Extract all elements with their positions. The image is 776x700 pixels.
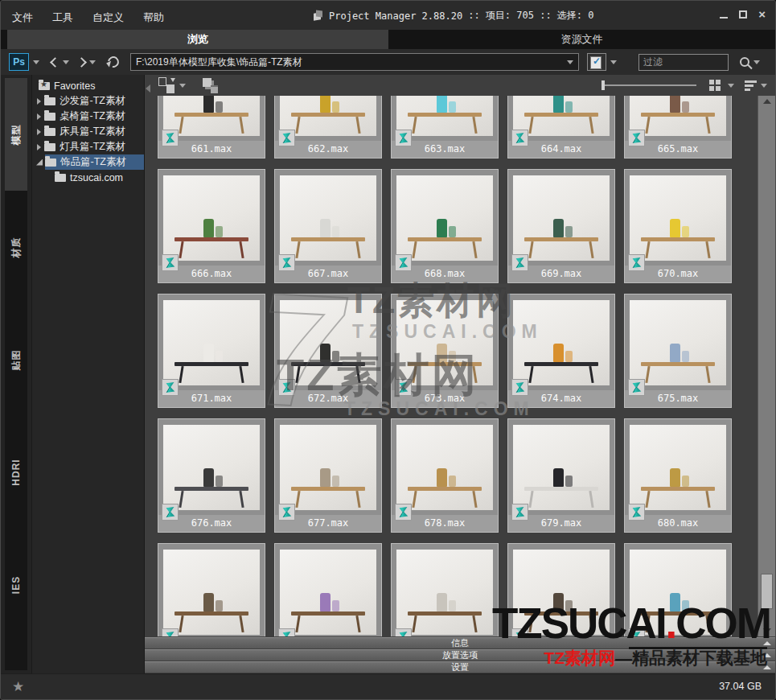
tree-item-label: 桌椅篇-TZ素材 (60, 109, 125, 123)
tree-item-1[interactable]: 沙发篇-TZ素材 (32, 93, 144, 109)
max-file-icon (511, 504, 528, 521)
favorite-star-icon[interactable]: ★ (12, 678, 24, 695)
tab-browse[interactable]: 浏览 (7, 30, 388, 49)
thumbnail-table (408, 611, 481, 616)
panel-placement-options-bar[interactable]: 放置选项 (145, 649, 775, 661)
asset-thumbnail[interactable] (158, 543, 265, 636)
asset-thumbnail[interactable]: 667.max (274, 169, 382, 283)
scrollbar-thumb[interactable] (761, 574, 773, 609)
tree-expander-collapsed-icon[interactable] (37, 113, 41, 120)
thumbnail-size-slider[interactable] (602, 80, 696, 90)
asset-thumbnail[interactable]: 679.max (507, 418, 615, 533)
title-bar[interactable]: 文件工具自定义帮助 Project Manager 2.88.20 :: 项目:… (1, 1, 775, 30)
asset-thumbnail[interactable]: 663.max (391, 96, 499, 159)
asset-thumbnail[interactable]: 671.max (158, 294, 265, 408)
sync-dropdown-caret[interactable] (179, 84, 186, 88)
photoshop-button[interactable]: Ps (9, 53, 29, 71)
thumbnail-object-secondary (565, 600, 573, 611)
asset-thumbnail[interactable]: 669.max (507, 169, 615, 283)
forward-button[interactable] (76, 57, 87, 68)
tree-item-2[interactable]: 桌椅篇-TZ素材 (32, 109, 144, 124)
sync-assets-icon[interactable] (158, 77, 175, 93)
asset-thumbnail[interactable]: 661.max (158, 96, 265, 159)
asset-thumbnail[interactable]: 665.max (624, 96, 732, 159)
side-tab-materials[interactable]: 材质 (5, 191, 27, 303)
asset-thumbnail[interactable]: 664.max (507, 96, 615, 159)
thumbnail-object-secondary (682, 351, 689, 362)
asset-thumbnail[interactable]: 673.max (391, 294, 499, 408)
panel-expand-chevron[interactable] (763, 641, 771, 645)
menu-item-1[interactable]: 工具 (52, 10, 73, 25)
asset-thumbnail[interactable]: 672.max (274, 294, 382, 408)
view-dropdown-caret[interactable] (728, 84, 734, 88)
search-icon[interactable] (740, 57, 749, 67)
asset-thumbnail[interactable] (507, 543, 615, 636)
preset-dropdown-caret[interactable] (610, 60, 617, 64)
minimize-button[interactable] (720, 10, 728, 19)
sort-dropdown-caret[interactable] (761, 84, 767, 88)
path-combobox[interactable]: F:\2019单体模型库收集\饰品篇-TZ素材 (130, 53, 579, 71)
thumbnail-object-secondary (449, 600, 456, 611)
folder-icon (44, 113, 55, 121)
max-logo-swirl (631, 507, 642, 517)
scroll-down-button[interactable] (758, 625, 775, 636)
panel-settings-bar[interactable]: 设置 (145, 661, 775, 673)
thumbnail-table (174, 237, 248, 241)
tree-expander-collapsed-icon[interactable] (37, 129, 41, 135)
panel-expand-chevron[interactable] (763, 653, 771, 657)
slider-handle[interactable] (602, 80, 605, 90)
filter-presets-icon[interactable] (587, 53, 606, 71)
max-file-icon (628, 504, 645, 521)
tree-item-4[interactable]: 灯具篇-TZ素材 (32, 139, 144, 154)
tree-expander-collapsed-icon[interactable] (37, 98, 41, 105)
menu-item-0[interactable]: 文件 (12, 10, 33, 25)
asset-thumbnail[interactable]: 678.max (391, 418, 499, 533)
asset-thumbnail[interactable]: 674.max (507, 294, 615, 408)
panel-info-bar[interactable]: 信息 (145, 637, 775, 649)
tree-expander-collapsed-icon[interactable] (37, 144, 41, 150)
asset-thumbnail[interactable]: 666.max (158, 169, 265, 283)
asset-thumbnail[interactable]: 662.max (274, 96, 382, 159)
sort-icon[interactable] (745, 80, 758, 91)
menu-item-2[interactable]: 自定义 (92, 10, 124, 25)
sidebar-collapse-arrow[interactable] (146, 84, 150, 93)
side-tab-models[interactable]: 模型 (5, 78, 27, 191)
asset-thumbnail[interactable] (391, 543, 499, 636)
tree-item-3[interactable]: 床具篇-TZ素材 (32, 124, 144, 139)
back-button[interactable] (50, 57, 60, 68)
asset-thumbnail[interactable] (274, 543, 382, 636)
max-logo-swirl (515, 257, 525, 268)
tree-item-5[interactable]: 饰品篇-TZ素材 (32, 154, 144, 170)
refresh-icon[interactable] (105, 54, 121, 69)
menu-item-3[interactable]: 帮助 (143, 10, 164, 25)
save-model-icon[interactable] (201, 77, 219, 93)
side-tab-label: 贴图 (10, 349, 23, 370)
asset-thumbnail[interactable]: 680.max (624, 418, 732, 533)
asset-thumbnail[interactable]: 668.max (391, 169, 499, 283)
asset-thumbnail[interactable]: 676.max (158, 418, 265, 533)
grid-view-icon[interactable] (709, 80, 721, 91)
close-button[interactable]: × (758, 9, 766, 19)
forward-dropdown-caret[interactable] (89, 60, 96, 64)
side-tab-ies[interactable]: IES (5, 529, 27, 641)
filter-input[interactable] (638, 54, 729, 71)
vertical-scrollbar[interactable] (758, 96, 775, 636)
path-dropdown-caret[interactable] (567, 60, 573, 64)
tree-expander-expanded-icon[interactable] (36, 159, 43, 166)
side-tab-maps[interactable]: 贴图 (5, 303, 27, 416)
search-dropdown-caret[interactable] (753, 60, 760, 64)
scroll-up-button[interactable] (758, 96, 775, 107)
max-logo-swirl (398, 382, 409, 393)
asset-thumbnail[interactable]: 677.max (274, 418, 382, 533)
asset-thumbnail[interactable]: 670.max (624, 169, 732, 283)
maximize-button[interactable] (739, 10, 747, 19)
asset-thumbnail[interactable] (624, 543, 732, 636)
asset-thumbnail[interactable]: 675.max (624, 294, 732, 408)
tab-resource-files[interactable]: 资源文件 (388, 30, 775, 49)
photoshop-dropdown-caret[interactable] (33, 60, 39, 64)
tree-item-6[interactable]: tzsucai.com (32, 170, 144, 185)
side-tab-hdri[interactable]: HDRI (5, 416, 27, 529)
back-dropdown-caret[interactable] (63, 60, 69, 64)
panel-expand-chevron[interactable] (763, 665, 771, 669)
tree-item-0[interactable]: Favorites (32, 78, 144, 93)
